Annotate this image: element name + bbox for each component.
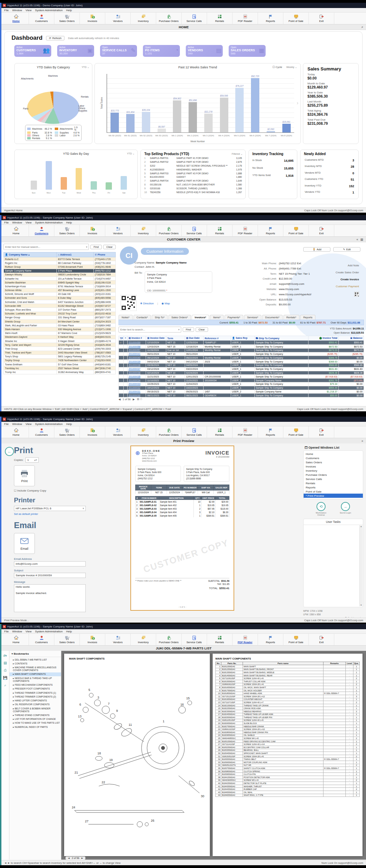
- menu-item[interactable]: System Administration: [35, 630, 63, 633]
- customer-row[interactable]: Schaefer Inc15 La Follette Terrace(714)3…: [4, 276, 116, 280]
- tab[interactable]: Reports: [300, 315, 315, 320]
- toolbar-item[interactable]: Service Calls: [182, 426, 207, 438]
- parts-row[interactable]: 27SS7111410SPSCREW 11/64-40 L=14 ..2: [216, 743, 360, 746]
- parts-row[interactable]: 22SS8661015SPSCREW 15/64-28 L=10 ..2: [216, 728, 360, 731]
- parts-row[interactable]: 4B1814556DA0MAIN SHAFT BUSHING, REAR .1: [216, 674, 360, 677]
- parts-row[interactable]: 13SS7110710SPSCREW 11/64-40 L=7 ..2: [216, 701, 360, 704]
- opened-window-item[interactable]: Point of Sale: [304, 489, 363, 494]
- invoice-clear-button[interactable]: Clear: [196, 327, 208, 332]
- bookmark-item[interactable]: ▸ NUMERICAL INDEX OF PARTS: [9, 725, 61, 729]
- expand-icon[interactable]: »: [361, 439, 363, 443]
- add-button[interactable]: 🧍 Add: [303, 247, 330, 252]
- customer-row[interactable]: Stiedemann-Gaylord9 Harbort Way(646)840-…: [4, 335, 116, 339]
- toolbar-item[interactable]: Home: [3, 225, 29, 236]
- customer-row[interactable]: Schneider, Crist and Walsh6407 Karstens …: [4, 300, 116, 304]
- invoice-search-input[interactable]: Enter text to search...▾: [119, 327, 181, 333]
- toolbar-item[interactable]: Inventory: [131, 13, 156, 24]
- menu-item[interactable]: Window: [12, 221, 22, 224]
- parts-row[interactable]: 3B1813556DA0MAIN SHAFT BUSHING, MIDDLE .…: [216, 671, 360, 674]
- parts-row[interactable]: 25SM6040855SCSCREW M4 L=8 ..2: [216, 737, 360, 740]
- toolbar-item[interactable]: Sales Orders: [54, 634, 80, 645]
- toolbar-item[interactable]: Exit: [309, 426, 334, 438]
- product-row[interactable]: 3 S202 NEEDLE SET SCREW ORIGINAL F/PEGAS…: [144, 164, 242, 168]
- tab[interactable]: Payments*: [224, 315, 243, 320]
- opened-window-item[interactable]: Inventory: [304, 469, 363, 473]
- customer-row[interactable]: Stark-Hansen930 Weeping Avenue(213)971-1…: [4, 327, 116, 331]
- bookmark-item[interactable]: ▸ DDL-5556N-7-WB PARTS LIST: [9, 658, 61, 662]
- invoice-row[interactable]: 20100003511/21/2023NET 10 12/01/2023CR-2…: [119, 375, 364, 379]
- bookmark-item[interactable]: ▸ MACHINE FRAME & MISCELLANEOUS COVER CO…: [9, 665, 61, 672]
- tab[interactable]: Sales Orders*: [168, 315, 191, 320]
- toolbar-item[interactable]: Home: [3, 634, 29, 645]
- opened-window-item[interactable]: Sales Orders: [304, 460, 363, 464]
- kpi-tile[interactable]: Open SERVICE CALLS 37 ✎: [100, 45, 137, 57]
- titlebar[interactable]: hHyperAct 11 (v23.05.1196) - Sample Comp…: [1, 417, 366, 422]
- opened-window-item[interactable]: Customers: [304, 456, 363, 460]
- parts-row[interactable]: 42B1844556DA0RUBBER CAP .2: [216, 788, 360, 791]
- customer-row[interactable]: Thiel, Trantow and Ryan3443 Mountain Vie…: [4, 351, 116, 355]
- customer-row[interactable]: Stracke Inc9 Hagan Street(213)689-4174: [4, 339, 116, 343]
- invoice-row[interactable]: 20100003109/15/2023NET 10 09/25/20231457…: [119, 390, 364, 394]
- bookmark-item[interactable]: ▸ BELT COVER & BOBBIN WINDER COMPONENTS: [9, 707, 61, 713]
- toolbar-item[interactable]: Service Calls: [182, 13, 207, 24]
- toolbar-item[interactable]: Purchase Orders: [156, 13, 182, 24]
- pdf-pager[interactable]: ◄2 of 56►: [66, 856, 85, 860]
- col-phone[interactable]: ✆ Phone: [94, 252, 116, 257]
- invoice-grid-header[interactable]: TP* ▦ Invoice #▦ Invoice Date Term▦ Due …: [119, 336, 364, 341]
- parts-row[interactable]: 10B1818556DA0HAND WHEEL ASM. F/ DDL-5556…: [216, 692, 360, 695]
- invoice-row[interactable]: 20100005711/26/2024Due on 1st 12/01/2024…: [119, 348, 364, 352]
- tab[interactable]: Services*: [244, 315, 261, 320]
- trend-range-dropdown[interactable]: Weekly ⌄: [286, 66, 297, 69]
- toolbar-item[interactable]: Vendors: [105, 634, 131, 645]
- parts-row[interactable]: 18B1825556DA0THREAD TAKE-UP LEVER PIN ..…: [216, 716, 360, 719]
- bookmark-item[interactable]: ▸ THREAD TRIMMER COMPONENTS (1): [9, 691, 61, 695]
- menu-item[interactable]: View: [25, 221, 31, 224]
- toolbar-item[interactable]: Reports: [258, 13, 283, 24]
- customer-row[interactable]: Schroeder-Will61152 Westridge Street(415…: [4, 304, 116, 308]
- parts-row[interactable]: 36B1838556DA0CLUTCH SPRING ..1: [216, 770, 360, 773]
- tab[interactable]: Notes*: [119, 315, 133, 320]
- toolbar-item[interactable]: Sales Orders: [54, 225, 80, 236]
- subject-input[interactable]: Sample Invoice # 201000059: [14, 573, 86, 578]
- parts-row[interactable]: 1B1811556DA0MAIN SHAFT .1: [216, 665, 360, 668]
- byday-range-dropdown[interactable]: YTD ⌄: [127, 152, 135, 155]
- parts-row[interactable]: 40B1842556DA0DETECTOR SLIT PLATE ..1: [216, 782, 360, 785]
- create-invoice-link[interactable]: Create Invoice: [341, 278, 359, 281]
- menu-item[interactable]: Help: [66, 630, 72, 633]
- product-row[interactable]: 10 TB240256 NEEDLE (DPX5 #18) F/ S40 MOM…: [144, 191, 242, 195]
- toolbar-item[interactable]: Point of Sale: [283, 426, 309, 438]
- toolbar-item[interactable]: Vendors: [105, 426, 131, 438]
- grid-icon[interactable]: ▦: [360, 238, 363, 241]
- menu-item[interactable]: System Administration: [35, 221, 63, 224]
- toolbar-item[interactable]: Customers: [29, 634, 54, 645]
- parts-row[interactable]: 37B1839556DA0CLUTCH PIN ..2: [216, 773, 360, 776]
- opened-window-item[interactable]: * Print Preview: [304, 494, 363, 498]
- toolbar-item[interactable]: Purchase Orders: [156, 634, 182, 645]
- invoice-row[interactable]: 20100003008/21/2023NET 10 08/31/2023GEAR…: [119, 394, 364, 397]
- customer-row[interactable]: Towne-Smitham57 Golf View Drive(440)640-…: [4, 363, 116, 366]
- kpi-tile[interactable]: Open PO ITEMS 1,131 ◔: [143, 45, 180, 57]
- customer-row[interactable]: Torphy Group7428 Northwestern Center(716…: [4, 358, 116, 362]
- menu-item[interactable]: Help: [66, 422, 72, 426]
- parts-row[interactable]: 7SS8660610SPSCREW 15/64-28 L=6 ..2: [216, 683, 360, 686]
- toolbar-item[interactable]: Purchase Orders: [156, 426, 182, 438]
- titlebar[interactable]: hHyperAct 11 (v23.05.1196) - Sample Comp…: [1, 215, 366, 220]
- customer-row[interactable]: Schneider and Sons6 Duke Way(805)489-555…: [4, 296, 116, 300]
- customer-row[interactable]: Schuppe, Rice and Bins107 Dorton Pass(86…: [4, 308, 116, 312]
- toolbar-item[interactable]: Sales Orders: [54, 13, 80, 24]
- menu-item[interactable]: File: [4, 422, 9, 426]
- invoice-row[interactable]: 20100003310/25/2023NET 10 11/04/2023USER…: [119, 382, 364, 386]
- toolbar-item[interactable]: Reports: [258, 634, 283, 645]
- refresh-button[interactable]: ⟳ Refresh: [46, 36, 65, 40]
- tab[interactable]: Ship To*: [152, 315, 168, 320]
- email-button[interactable]: Email: [14, 533, 35, 554]
- parts-row[interactable]: 14B1821556DA0THREAD TAKE-UP CRANK .1: [216, 704, 360, 707]
- bookmark-item[interactable]: ▸ THREAD TRIMMER COMPONENTS (2): [9, 695, 61, 699]
- invoice-row[interactable]: 20100003411/10/2023NET 10 11/20/20232010…: [119, 379, 364, 382]
- set-default-printer-link[interactable]: Set as default printer: [14, 512, 87, 516]
- products-filter-dropdown[interactable]: Filtered ⌄: [232, 153, 243, 155]
- bookmark-item[interactable]: ▸ NEEDLE BAR & THREAD TAKE-UP COMPONENTS: [9, 676, 61, 683]
- toolbar-item[interactable]: Customers: [29, 225, 54, 236]
- customer-row[interactable]: Senger Group331 Stang Road(607)637-7187: [4, 315, 116, 319]
- chart-next-arrow[interactable]: ›: [297, 100, 298, 106]
